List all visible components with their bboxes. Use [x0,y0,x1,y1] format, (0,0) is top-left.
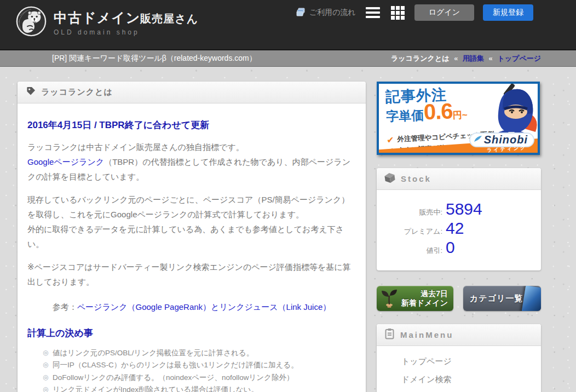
method-paragraph: 現存しているバックリンク元のページごとに、ページスコア（PS/簡易ページランク）… [27,192,356,251]
rule-item: ◎値はリンク元のPS/OBL/リンク掲載位置を元に計算される。 [43,347,356,359]
note-paragraph: ※ページスコアはサードバーティー製リンク検索エンジンのページ評価指標等を基に算出… [27,260,356,289]
register-button[interactable]: 新規登録 [483,4,533,21]
stock-title: Stock [401,174,431,183]
grid-menu-icon[interactable] [390,5,406,21]
check-icon: ✔ [387,135,394,146]
reference-line: 参考：ページランク（Google PageRank）とリンクジュース（Link … [27,302,356,313]
site-header: 中古ドメイン販売屋さん OLD domain shop ご利用の流れ ログイン … [0,0,576,50]
category-list-button[interactable]: カテゴリ一覧 [463,286,541,311]
stock-discount-count: 0 [446,238,455,256]
update-heading: 2016年4月15日 / TBPR終了に合わせて更新 [27,119,356,131]
menu-item-usage-guide[interactable]: ご利用の流れ [377,389,541,392]
site-title: 中古ドメイン販売屋さん [54,9,198,27]
sub-header-bar: [PR] 関連キーワード取得ツールβ（related-keywords.com）… [0,50,576,67]
otter-logo-icon [15,5,47,39]
main-menu-box: MainMenu トップページ ドメイン検索 ご利用の流れ 用語・表記の説明 [377,324,541,392]
category-book-icon [521,286,541,311]
menu-item-domain-search[interactable]: ドメイン検索 [377,371,541,389]
login-button[interactable]: ログイン [414,4,474,21]
clipboard-icon [384,328,395,342]
shinobi-ad-banner[interactable]: 記事外注 字単価0.6円~ ✔ 外注管理やコピペチェック面倒… ✔ すぐに記事が… [377,82,540,155]
sprout-icon [380,288,399,309]
rule-bullet-icon: ◎ [43,384,48,392]
breadcrumb-link-glossary[interactable]: 用語集 [463,54,484,62]
ad-price-line: 字単価0.6円~ [385,100,468,125]
article-card-header: ラッコランクとは [18,82,366,103]
usage-guide-label: ご利用の流れ [309,8,356,18]
tag-icon [26,87,36,98]
hamburger-menu-icon[interactable] [365,6,381,19]
usage-guide-link[interactable]: ご利用の流れ [296,8,356,18]
stock-box-header: Stock [377,168,541,190]
rule-bullet-icon: ◎ [43,372,48,383]
reference-link[interactable]: ページランク（Google PageRank）とリンクジュース（Link Jui… [77,302,331,312]
ad-price: 0.6 [423,99,453,124]
rule-bullet-icon: ◎ [43,360,48,371]
rules-list: ◎値はリンク元のPS/OBL/リンク掲載位置を元に計算される。 ◎同一IP（CL… [43,347,356,392]
breadcrumb-separator: « [489,54,493,62]
cube-icon [384,172,395,186]
sidebar: 記事外注 字単価0.6円~ ✔ 外注管理やコピペチェック面倒… ✔ すぐに記事が… [377,82,541,392]
rule-bullet-icon: ◎ [43,348,48,359]
rule-item: ◎リンク元ドメインがIndex削除されている場合は評価しない。 [43,384,356,392]
article-card: ラッコランクとは 2016年4月15日 / TBPR終了に合わせて更新 ラッコラ… [18,82,366,392]
rule-item: ◎DoFollowリンクのみ評価する。（noindexページ、nofollowリ… [43,372,356,384]
main-menu-title: MainMenu [400,330,453,339]
google-pagerank-link[interactable]: Googleページランク [27,157,104,166]
rules-heading: 計算上の決め事 [27,327,356,339]
site-subtitle: OLD domain shop [54,28,198,36]
new-domains-button[interactable]: 過去7日 新着ドメイン [377,286,453,311]
stock-row: 販売中: 5894 [377,200,541,218]
feather-icon [474,135,482,145]
menu-item-top-page[interactable]: トップページ [377,353,541,371]
site-logo[interactable]: 中古ドメイン販売屋さん OLD domain shop [15,5,198,39]
pages-icon [296,8,306,18]
breadcrumb: ラッコランクとは « 用語集 « トップページ [391,54,541,64]
main-menu-header: MainMenu [377,324,541,346]
rule-item: ◎同一IP（CLASS-C）からのリンクは最も強い1リンクだけ評価に加える。 [43,359,356,371]
stock-selling-count: 5894 [446,200,482,218]
main-menu-list: トップページ ドメイン検索 ご利用の流れ 用語・表記の説明 [377,346,541,392]
breadcrumb-separator: « [454,54,458,62]
intro-paragraph: ラッコランクは中古ドメイン販売屋さんの独自指標です。 Googleページランク（… [27,140,356,184]
pr-link[interactable]: [PR] 関連キーワード取得ツールβ（related-keywords.com） [52,54,257,64]
breadcrumb-link-top[interactable]: トップページ [497,54,541,62]
stock-premium-count: 42 [446,219,464,237]
stock-row: プレミアム: 42 [377,219,541,237]
article-title: ラッコランクとは [41,87,113,97]
stock-box: Stock 販売中: 5894 プレミアム: 42 値引: 0 [377,168,541,270]
stock-row: 値引: 0 [377,238,541,256]
breadcrumb-current: ラッコランクとは [391,54,449,62]
